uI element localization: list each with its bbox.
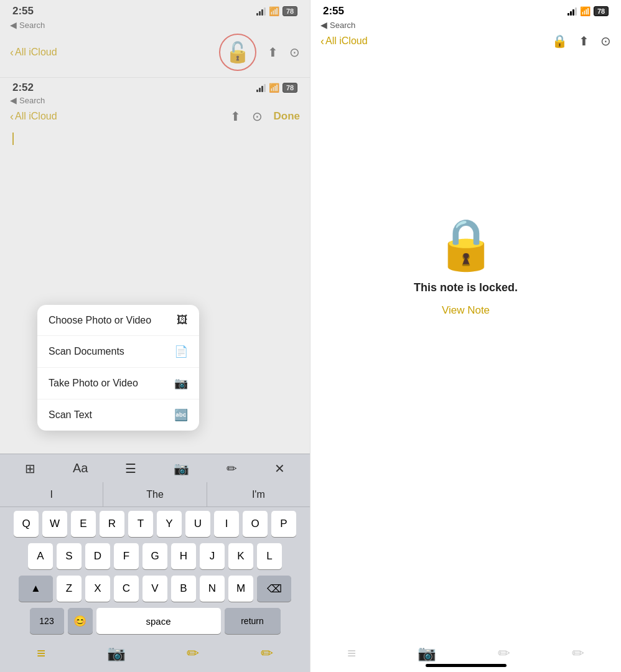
home-indicator-right [426,664,507,667]
tab-bar-left: ≡ 📷 ✏ ✏ [0,645,310,662]
right-notes-list-icon[interactable]: ≡ [347,645,356,662]
battery-right: 78 [594,6,609,16]
right-share-icon[interactable]: ⬆ [579,34,589,49]
right-more-icon[interactable]: ⊙ [600,34,611,49]
right-signal-icon [567,7,577,16]
autocomplete-the[interactable]: The [103,482,207,506]
take-photo-icon: 📷 [174,376,188,390]
take-photo-label: Take Photo or Video [49,378,138,389]
key-z[interactable]: Z [57,576,82,602]
key-o[interactable]: O [243,511,268,537]
key-f[interactable]: F [114,543,139,569]
choose-photo-label: Choose Photo or Video [49,315,151,326]
key-k[interactable]: K [228,543,253,569]
right-compose-tab-icon[interactable]: ✏ [572,645,584,662]
table-icon[interactable]: ⊞ [20,459,40,478]
right-chevron-icloud-icon: ‹ [320,35,324,48]
scan-documents-label: Scan Documents [49,346,124,357]
menu-item-take-photo[interactable]: Take Photo or Video 📷 [37,368,199,399]
key-m[interactable]: M [228,576,253,602]
right-pen-tab-icon[interactable]: ✏ [498,645,510,662]
key-r[interactable]: R [100,511,124,537]
popup-menu: Choose Photo or Video 🖼 Scan Documents 📄… [37,305,199,431]
key-h[interactable]: H [171,543,196,569]
status-bar-right: 2:55 📶 78 [310,0,621,20]
right-camera-tab-icon[interactable]: 📷 [418,645,436,662]
scan-text-icon: 🔤 [174,408,188,422]
locked-message: This note is locked. [414,281,518,294]
key-v[interactable]: V [142,576,167,602]
time-right: 2:55 [323,5,344,17]
all-icloud-back-right[interactable]: ‹ All iCloud [320,35,368,48]
key-space[interactable]: space [96,608,221,634]
key-123[interactable]: 123 [30,608,64,634]
choose-photo-icon: 🖼 [177,314,188,327]
key-b[interactable]: B [171,576,196,602]
status-icons-right: 📶 78 [567,6,609,16]
camera-toolbar-icon: 📷 [169,459,194,478]
key-row-4: 123 😊 space return [2,608,307,634]
format-aa-icon[interactable]: Aa [68,459,93,478]
view-note-button[interactable]: View Note [442,304,490,317]
right-panel: 2:55 📶 78 ◀ Search ‹ All iCloud 🔒 ⬆ ⊙ [310,0,621,672]
menu-item-scan-documents[interactable]: Scan Documents 📄 [37,336,199,368]
key-x[interactable]: X [85,576,110,602]
editor-toolbar: ⊞ Aa ☰ 📷 ✏ ✕ [0,454,310,482]
key-e[interactable]: E [71,511,96,537]
key-w[interactable]: W [42,511,67,537]
notes-list-icon[interactable]: ≡ [37,645,45,662]
key-row-2: A S D F G H J K L [2,543,307,569]
key-t[interactable]: T [128,511,153,537]
key-c[interactable]: C [114,576,139,602]
key-s[interactable]: S [57,543,82,569]
key-emoji[interactable]: 😊 [68,608,93,634]
key-p[interactable]: P [271,511,296,537]
key-return[interactable]: return [225,608,281,634]
key-row-3: ▲ Z X C V B N M ⌫ [2,576,307,602]
keyboard: I The I'm Q W E R T Y U I O P A S [0,482,310,672]
menu-item-choose-photo[interactable]: Choose Photo or Video 🖼 [37,305,199,336]
key-y[interactable]: Y [157,511,182,537]
close-toolbar-icon[interactable]: ✕ [269,459,290,478]
right-search-back[interactable]: ◀ Search [310,20,621,31]
left-panel: 2:55 📶 78 ◀ Search ‹ All iCloud 🔓 [0,0,310,672]
key-q[interactable]: Q [14,511,39,537]
right-wifi-icon: 📶 [580,6,591,16]
camera-tab-icon[interactable]: 📷 [107,645,126,662]
key-u[interactable]: U [185,511,210,537]
key-l[interactable]: L [257,543,282,569]
pen-tab-icon[interactable]: ✏ [187,645,199,662]
scan-text-label: Scan Text [49,409,92,421]
checklist-icon[interactable]: ☰ [120,459,141,478]
locked-content: 🔒 This note is locked. View Note [310,215,621,317]
autocomplete-i[interactable]: I [0,482,103,506]
nav-bar-right: ‹ All iCloud 🔒 ⬆ ⊙ [310,31,621,54]
key-g[interactable]: G [142,543,167,569]
right-lock-icon[interactable]: 🔒 [552,34,567,49]
menu-item-scan-text[interactable]: Scan Text 🔤 [37,399,199,431]
key-shift[interactable]: ▲ [19,576,53,602]
key-n[interactable]: N [200,576,225,602]
scan-documents-icon: 📄 [174,345,188,358]
compose-tab-icon[interactable]: ✏ [261,645,273,662]
right-nav-icons: 🔒 ⬆ ⊙ [552,34,611,49]
keys-area: Q W E R T Y U I O P A S D F G H J K [0,507,310,634]
large-lock-icon: 🔒 [435,215,497,274]
tab-bar-right: ≡ 📷 ✏ ✏ [310,645,621,662]
key-i[interactable]: I [214,511,239,537]
right-chevron-icon: ◀ [320,20,327,30]
pen-icon[interactable]: ✏ [222,459,242,478]
key-a[interactable]: A [28,543,53,569]
autocomplete-im[interactable]: I'm [207,482,310,506]
key-backspace[interactable]: ⌫ [257,576,291,602]
key-j[interactable]: J [200,543,225,569]
autocomplete-row: I The I'm [0,482,310,507]
key-row-1: Q W E R T Y U I O P [2,511,307,537]
key-d[interactable]: D [85,543,110,569]
